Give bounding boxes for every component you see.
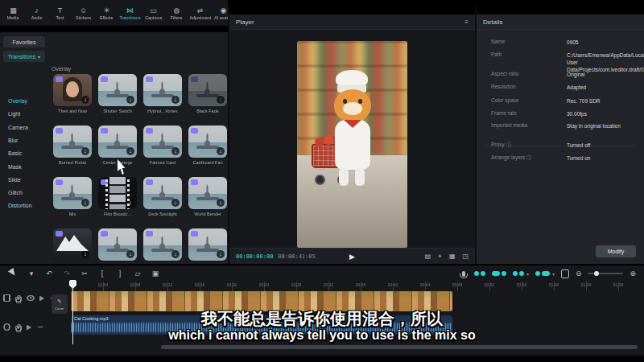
split-icon[interactable]: ✂ [76, 269, 93, 278]
transition-thumbnail[interactable]: ↓ [188, 74, 227, 106]
snap-toggle-icon[interactable] [492, 271, 506, 276]
download-icon[interactable]: ↓ [217, 250, 225, 258]
download-icon[interactable]: ↓ [81, 199, 89, 207]
sidebar-item-glitch[interactable]: Glitch [8, 190, 23, 195]
download-icon[interactable]: ↓ [126, 250, 134, 258]
transition-thumbnail[interactable]: ↓ [98, 228, 137, 261]
download-icon[interactable]: ↓ [81, 250, 89, 258]
download-icon[interactable]: ↓ [217, 199, 225, 207]
crop-icon[interactable]: ▣ [147, 269, 164, 278]
transition-card[interactable]: ↓ Mix [53, 177, 92, 216]
transition-card[interactable]: ↓ World Bender [188, 177, 227, 216]
transition-thumbnail[interactable]: ↓ [98, 74, 137, 106]
download-icon[interactable]: ↓ [126, 199, 134, 207]
redo-icon[interactable]: ↷ [58, 269, 76, 278]
track-type-icon[interactable] [3, 294, 10, 302]
tab-media[interactable]: ▦ Media [2, 6, 25, 20]
sidebar-item-basic[interactable]: Basic [8, 150, 22, 156]
timeline-zoom-slider[interactable] [588, 273, 623, 274]
favorites-button[interactable]: Favorites [3, 36, 45, 47]
transition-thumbnail[interactable]: ↓ [143, 125, 182, 158]
sidebar-item-distortion[interactable]: Distortion [8, 203, 32, 208]
tab-audio[interactable]: ♪ Audio [25, 6, 48, 20]
transition-card[interactable]: ↓ Camera Focus [143, 228, 182, 264]
mirror-icon[interactable]: ▱ [129, 269, 147, 278]
transitions-dropdown-button[interactable]: Transitions ▾ [3, 51, 45, 62]
tab-adjustment[interactable]: ⇌ Adjustment [188, 6, 212, 20]
hide-icon[interactable] [27, 295, 35, 301]
transition-thumbnail[interactable]: ↓ [143, 74, 182, 106]
transition-thumbnail[interactable]: ↓ [98, 177, 137, 209]
transition-thumbnail[interactable]: ↓ [53, 228, 92, 261]
magnet-toggle-icon[interactable] [474, 271, 485, 276]
transition-thumbnail[interactable]: ↓ [188, 125, 227, 158]
transition-card[interactable]: ↓ Burned Portal [53, 125, 92, 165]
download-icon[interactable]: ↓ [126, 147, 134, 155]
sidebar-item-camera[interactable]: Camera [8, 125, 28, 130]
fullscreen-icon[interactable]: ◳ [462, 253, 469, 261]
ratio-icon[interactable]: ▤ [425, 253, 431, 261]
transition-card[interactable]: ↓ Film Broadc... [98, 177, 137, 216]
tab-transitions[interactable]: ⋈ Transitions [118, 6, 142, 20]
delete-left-icon[interactable]: [ [93, 269, 111, 278]
transition-card[interactable]: ↓ Shadow Wipe [98, 228, 137, 264]
download-icon[interactable]: ↓ [171, 96, 180, 104]
preview-quality-icon[interactable] [561, 269, 569, 278]
transition-card[interactable]: ↓ Then and Now [53, 74, 92, 113]
tab-filters[interactable]: ◍ Filters [165, 6, 188, 20]
select-tool-caret[interactable]: ▾ [23, 269, 40, 278]
transition-thumbnail[interactable]: ↓ [143, 177, 182, 209]
transition-card[interactable]: ↓ Hypnot...Vortex [143, 74, 182, 113]
play-button[interactable]: ▶ [349, 253, 355, 261]
keyframe-toggle-icon[interactable]: ▾ [535, 271, 555, 277]
horizontal-scrollbar[interactable] [161, 345, 638, 349]
mute-icon[interactable] [39, 296, 46, 301]
sidebar-item-overlay[interactable]: Overlay [8, 98, 27, 104]
transition-thumbnail[interactable]: ↓ [98, 125, 137, 158]
transition-card[interactable]: ↓ Fanned Card [143, 125, 182, 165]
transition-card[interactable]: ↓ Black Fade [188, 74, 227, 113]
sidebar-item-blur[interactable]: Blur [8, 138, 18, 143]
transition-card[interactable]: ↓ Center Enlarge [98, 125, 137, 165]
transition-thumbnail[interactable]: ↓ [53, 125, 92, 158]
tab-stickers[interactable]: ☺ Stickers [72, 6, 95, 20]
download-icon[interactable]: ↓ [217, 147, 225, 155]
zoom-out-icon[interactable]: ⊖ [576, 269, 582, 278]
quality-icon[interactable]: ▦ [449, 253, 456, 261]
transition-card[interactable]: ↓ Shutter Switch [98, 74, 137, 113]
link-toggle-icon[interactable]: ▾ [513, 271, 529, 277]
download-icon[interactable]: ↓ [217, 96, 225, 104]
transition-card[interactable]: ↓ Carve Apart [188, 228, 227, 264]
transition-thumbnail[interactable]: ↓ [53, 177, 92, 209]
zoom-in-icon[interactable]: ⊕ [630, 269, 636, 278]
snap-preview-icon[interactable]: ⌖ [438, 253, 442, 261]
player-menu-icon[interactable]: ≡ [464, 19, 469, 26]
download-icon[interactable]: ↓ [81, 96, 89, 104]
transition-card[interactable]: ↓ Cardboard Fan [188, 125, 227, 165]
transition-thumbnail[interactable]: ↓ [143, 228, 182, 261]
download-icon[interactable]: ↓ [126, 96, 134, 104]
undo-icon[interactable]: ↶ [40, 269, 58, 278]
timeline-ruler[interactable]: 00:0400:0800:1200:1600:2000:2400:2800:32… [71, 282, 644, 291]
slider-knob[interactable] [594, 271, 599, 276]
lock-icon[interactable] [15, 297, 22, 302]
download-icon[interactable]: ↓ [171, 250, 180, 258]
tab-text[interactable]: T Text [48, 6, 72, 20]
delete-right-icon[interactable]: ] [111, 269, 129, 278]
tab-captions[interactable]: ▭ Captions [142, 6, 165, 20]
transition-card[interactable]: ↓ Lightning Strike [53, 228, 92, 264]
sidebar-item-light[interactable]: Light [8, 111, 20, 117]
download-icon[interactable]: ↓ [171, 147, 180, 155]
modify-button[interactable]: Modify [596, 245, 636, 257]
transition-thumbnail[interactable]: ↓ [53, 74, 92, 106]
mic-icon[interactable] [460, 269, 468, 278]
transition-thumbnail[interactable]: ↓ [188, 177, 227, 209]
transition-card[interactable]: ↓ Deck Spotlight [143, 177, 182, 216]
tab-effects[interactable]: ✳ Effects [95, 6, 118, 20]
download-icon[interactable]: ↓ [81, 147, 89, 155]
select-tool-icon[interactable] [5, 267, 23, 281]
download-icon[interactable]: ↓ [171, 199, 180, 207]
sidebar-item-mask[interactable]: Mask [8, 164, 22, 170]
transition-thumbnail[interactable]: ↓ [188, 228, 227, 261]
sidebar-item-slide[interactable]: Slide [8, 177, 21, 183]
